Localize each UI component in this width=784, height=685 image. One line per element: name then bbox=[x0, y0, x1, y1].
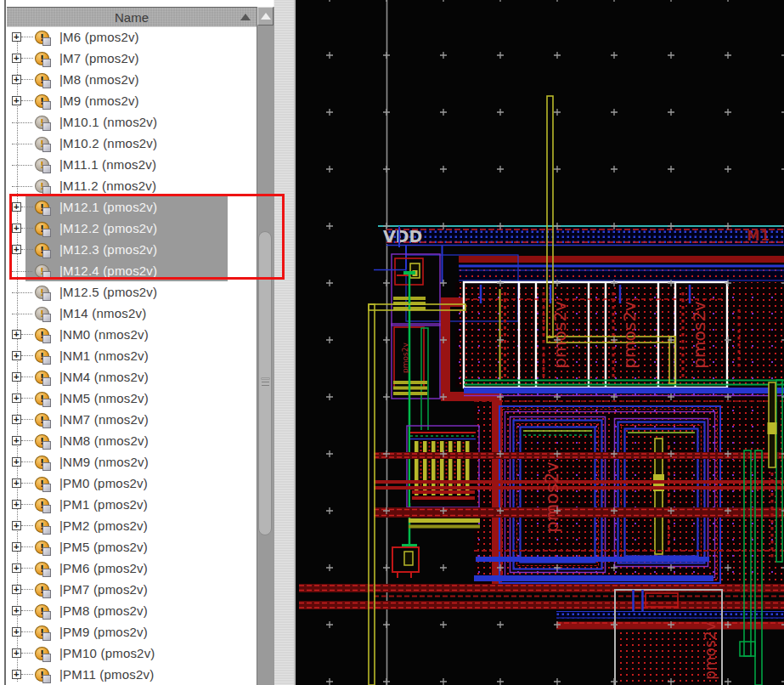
tree-item-pm2pmos2v[interactable]: |PM2 (pmos2v) bbox=[0, 515, 217, 536]
tree-connector bbox=[10, 621, 34, 643]
tree-item-m10.2nmos2v[interactable]: |M10.2 (nmos2v) bbox=[0, 133, 217, 154]
tree-item-label: |PM10 (pmos2v) bbox=[59, 646, 155, 660]
tree-item-label: |M12.2 (pmos2v) bbox=[59, 221, 157, 235]
device-instance-icon bbox=[35, 604, 49, 618]
tree-item-pm1pmos2v[interactable]: |PM1 (pmos2v) bbox=[0, 494, 217, 515]
tree-item-pm8pmos2v[interactable]: |PM8 (pmos2v) bbox=[0, 600, 217, 621]
expand-plus-icon[interactable] bbox=[12, 478, 21, 488]
tree-connector bbox=[10, 111, 34, 133]
expand-plus-icon[interactable] bbox=[12, 436, 21, 445]
expand-plus-icon[interactable] bbox=[12, 32, 21, 42]
tree-item-m7pmos2v[interactable]: |M7 (pmos2v) bbox=[0, 48, 217, 69]
tree-item-nm5nmos2v[interactable]: |NM5 (nmos2v) bbox=[0, 388, 217, 409]
sort-ascending-button[interactable] bbox=[238, 10, 253, 23]
expand-plus-icon[interactable] bbox=[12, 202, 21, 212]
tree-connector bbox=[10, 558, 34, 579]
snap-grid bbox=[296, 0, 784, 685]
expand-plus-icon[interactable] bbox=[12, 606, 21, 615]
tree-item-m10.1nmos2v[interactable]: |M10.1 (nmos2v) bbox=[0, 111, 217, 133]
tree-item-label: |M12.1 (pmos2v) bbox=[59, 200, 157, 214]
tree-item-label: |M9 (nmos2v) bbox=[59, 93, 139, 108]
tree-connector bbox=[10, 345, 34, 366]
tree-connector bbox=[10, 26, 34, 48]
expand-plus-icon[interactable] bbox=[12, 521, 21, 530]
tree-item-m12.3pmos2v[interactable]: |M12.3 (pmos2v) bbox=[0, 239, 217, 260]
tree-item-pm6pmos2v[interactable]: |PM6 (pmos2v) bbox=[0, 558, 217, 579]
tree-connector bbox=[10, 366, 34, 388]
device-instance-icon bbox=[35, 583, 49, 597]
expand-plus-icon[interactable] bbox=[12, 627, 21, 637]
tree-item-m11.2nmos2v[interactable]: |M11.2 (nmos2v) bbox=[0, 175, 217, 196]
tree-item-pm0pmos2v[interactable]: |PM0 (pmos2v) bbox=[0, 473, 217, 494]
expand-plus-icon[interactable] bbox=[12, 670, 21, 679]
tree-item-nm9nmos2v[interactable]: |NM9 (nmos2v) bbox=[0, 451, 217, 473]
expand-plus-icon[interactable] bbox=[12, 457, 21, 467]
device-instance-icon bbox=[35, 413, 49, 427]
tree-connector bbox=[10, 451, 34, 473]
dotted-connector bbox=[12, 271, 32, 272]
device-instance-icon bbox=[35, 137, 49, 150]
tree-item-label: |M11.1 (nmos2v) bbox=[59, 157, 156, 172]
tree-item-m12.5pmos2v[interactable]: |M12.5 (pmos2v) bbox=[0, 281, 217, 303]
expand-plus-icon[interactable] bbox=[12, 75, 21, 84]
tree-item-m6pmos2v[interactable]: |M6 (pmos2v) bbox=[0, 26, 217, 48]
thumb-grip-icon bbox=[262, 378, 269, 379]
expand-plus-icon[interactable] bbox=[12, 245, 21, 254]
expand-plus-icon[interactable] bbox=[12, 585, 21, 594]
tree-header[interactable]: Name bbox=[7, 7, 257, 27]
tree-item-nm0nmos2v[interactable]: |NM0 (nmos2v) bbox=[0, 324, 217, 345]
expand-plus-icon[interactable] bbox=[12, 224, 21, 233]
expand-plus-icon[interactable] bbox=[12, 96, 21, 105]
expand-plus-icon[interactable] bbox=[12, 415, 21, 424]
tree-item-pm5pmos2v[interactable]: |PM5 (pmos2v) bbox=[0, 536, 217, 558]
name-column-header[interactable]: Name bbox=[115, 10, 149, 25]
device-instance-icon bbox=[35, 264, 49, 278]
expand-plus-icon[interactable] bbox=[12, 330, 21, 339]
tree-connector bbox=[10, 133, 34, 154]
tree-item-m12.1pmos2v[interactable]: |M12.1 (pmos2v) bbox=[0, 196, 217, 218]
tree-item-m12.4pmos2v[interactable]: |M12.4 (pmos2v) bbox=[0, 260, 217, 281]
tree-item-nm4nmos2v[interactable]: |NM4 (nmos2v) bbox=[0, 366, 217, 388]
tree-connector bbox=[10, 281, 34, 303]
expand-plus-icon[interactable] bbox=[12, 351, 21, 360]
expand-plus-icon[interactable] bbox=[12, 500, 21, 509]
tree-item-m11.1nmos2v[interactable]: |M11.1 (nmos2v) bbox=[0, 154, 217, 175]
device-instance-icon bbox=[35, 307, 49, 320]
device-instance-icon bbox=[35, 477, 49, 490]
tree-item-m8nmos2v[interactable]: |M8 (nmos2v) bbox=[0, 69, 217, 90]
tree-item-m9nmos2v[interactable]: |M9 (nmos2v) bbox=[0, 90, 217, 111]
scroll-up-button[interactable] bbox=[257, 7, 274, 25]
tree-item-label: |PM1 (pmos2v) bbox=[59, 497, 148, 512]
tree-item-m12.2pmos2v[interactable]: |M12.2 (pmos2v) bbox=[0, 218, 217, 239]
expand-plus-icon[interactable] bbox=[12, 563, 21, 573]
tree-item-label: |PM6 (pmos2v) bbox=[59, 561, 148, 575]
tree-connector bbox=[10, 218, 34, 239]
tree-scrollbar[interactable] bbox=[257, 7, 274, 685]
tree-item-nm8nmos2v[interactable]: |NM8 (nmos2v) bbox=[0, 430, 217, 451]
expand-plus-icon[interactable] bbox=[12, 648, 21, 658]
panel-divider[interactable] bbox=[274, 0, 296, 685]
tree-item-pm7pmos2v[interactable]: |PM7 (pmos2v) bbox=[0, 579, 217, 600]
expand-plus-icon[interactable] bbox=[12, 393, 21, 403]
tree-item-pm10pmos2v[interactable]: |PM10 (pmos2v) bbox=[0, 643, 217, 664]
tree-item-label: |NM9 (nmos2v) bbox=[59, 455, 149, 469]
expand-plus-icon[interactable] bbox=[12, 542, 21, 552]
tree-item-label: |M12.5 (pmos2v) bbox=[59, 285, 157, 299]
tree-item-nm1nmos2v[interactable]: |NM1 (nmos2v) bbox=[0, 345, 217, 366]
tree-item-m14nmos2v[interactable]: |M14 (nmos2v) bbox=[0, 303, 217, 324]
tree-item-pm9pmos2v[interactable]: |PM9 (pmos2v) bbox=[0, 621, 217, 643]
tree-connector bbox=[10, 324, 34, 345]
tree-connector bbox=[10, 600, 34, 621]
tree-item-label: |M11.2 (nmos2v) bbox=[59, 178, 156, 193]
expand-plus-icon[interactable] bbox=[12, 54, 21, 63]
tree-item-nm7nmos2v[interactable]: |NM7 (nmos2v) bbox=[0, 409, 217, 430]
expand-plus-icon[interactable] bbox=[12, 372, 21, 382]
tree-connector bbox=[10, 664, 34, 685]
tree-item-pm11pmos2v[interactable]: |PM11 (pmos2v) bbox=[0, 664, 217, 685]
device-instance-icon bbox=[35, 371, 49, 384]
scrollbar-thumb[interactable] bbox=[258, 231, 272, 535]
tree-connector bbox=[10, 494, 34, 515]
tree-item-label: |PM9 (pmos2v) bbox=[59, 625, 148, 639]
layout-canvas[interactable]: VDD M1 pmos2v pmos2v pmos2v pmos2v pmos2… bbox=[296, 0, 784, 685]
tree-connector bbox=[10, 643, 34, 664]
